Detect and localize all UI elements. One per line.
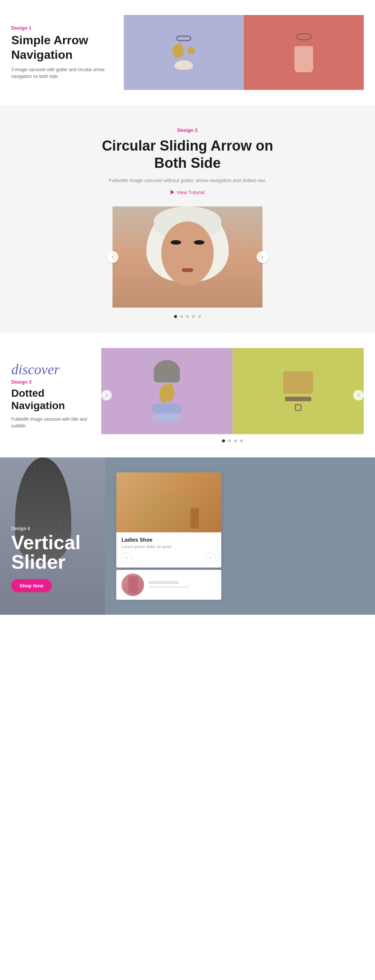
belt-icon (285, 397, 311, 401)
leaf-icon (158, 383, 176, 404)
sunglass-icon (295, 33, 313, 40)
product-image (116, 473, 221, 532)
section4-design-label: Design 4 (11, 526, 97, 531)
section3-next-button[interactable]: › (353, 390, 364, 401)
product-subtitle: Lorem ipsum dolor sit amet (121, 544, 216, 549)
product-info: Ladies Shoe Lorem ipsum dolor sit amet ‹… (116, 532, 221, 568)
section3-carousel (101, 348, 364, 434)
glasses-icon (176, 36, 191, 41)
section2-carousel (113, 207, 263, 307)
section3-cursive-label: discover (11, 361, 94, 378)
carousel-prev-button[interactable]: ‹ (107, 251, 118, 263)
section4-vertical-slider: Design 4 Vertical Slider Shop Now Ladies… (0, 457, 375, 615)
section3-slide-2 (233, 348, 364, 434)
section1-design-label: Design 1 (11, 25, 116, 31)
play-icon (171, 190, 174, 194)
shop-now-button[interactable]: Shop Now (11, 579, 52, 592)
section3-prev-button[interactable]: ‹ (101, 390, 112, 401)
section3-description: Fullwidth image carousel with title and … (11, 416, 94, 429)
tank-top-icon (294, 46, 313, 72)
section3-text-block: discover Design 3 Dotted Navigation Full… (11, 361, 101, 429)
section3-title: Dotted Navigation (11, 387, 94, 412)
flower-icon (187, 47, 195, 54)
section3-design-label: Design 3 (11, 379, 94, 385)
s3-dot-2[interactable] (228, 439, 231, 442)
section2-title: Circular Sliding Arrow on Both Side (11, 137, 364, 172)
section2-design-label: Design 2 (11, 127, 364, 133)
product-prev-button[interactable]: ‹ (121, 552, 132, 563)
sneaker-icon (153, 414, 181, 422)
dot-4[interactable] (192, 315, 195, 318)
hat-icon (154, 360, 180, 382)
section1-carousel (124, 15, 364, 90)
shoe-icon (174, 60, 193, 70)
product-navigation: ‹ › (121, 552, 216, 563)
section1-title: Simple Arrow Navigation (11, 33, 116, 62)
s3-dot-4[interactable] (240, 439, 243, 442)
section1-description: 3 image carousel with gutter and circula… (11, 66, 116, 80)
section1-simple-arrow: Design 1 Simple Arrow Navigation 3 image… (0, 0, 375, 105)
dot-5[interactable] (198, 315, 201, 318)
dot-2[interactable] (180, 315, 183, 318)
section3-dotted-nav: discover Design 3 Dotted Navigation Full… (0, 333, 375, 457)
section4-left-panel: Design 4 Vertical Slider Shop Now (0, 457, 105, 615)
model-face (161, 221, 214, 285)
dot-1[interactable] (174, 315, 177, 318)
section2-description: Fullwidth image carousel without gutter,… (11, 178, 364, 183)
leaf-icon (171, 42, 186, 59)
section1-text-block: Design 1 Simple Arrow Navigation 3 image… (11, 25, 124, 80)
s3-dot-3[interactable] (234, 439, 237, 442)
section3-slide-1 (101, 348, 233, 434)
section4-title: Vertical Slider (11, 533, 97, 572)
buckle-icon (295, 404, 302, 411)
view-tutorial-link[interactable]: View Tutorial (171, 189, 204, 195)
carousel-main-image (113, 207, 263, 307)
dot-3[interactable] (186, 315, 189, 318)
shoes-icon (152, 404, 182, 413)
product-card: Ladies Shoe Lorem ipsum dolor sit amet ‹… (116, 473, 221, 568)
product-title: Ladies Shoe (121, 537, 216, 543)
view-tutorial-label: View Tutorial (177, 189, 204, 195)
carousel-slide-2 (244, 15, 364, 90)
section2-circular-arrow: Design 2 Circular Sliding Arrow on Both … (0, 105, 375, 333)
s3-dot-1[interactable] (222, 439, 225, 442)
carousel-dots (11, 307, 364, 333)
carousel-next-button[interactable]: › (257, 251, 268, 263)
section4-right-panel: Ladies Shoe Lorem ipsum dolor sit amet ‹… (105, 457, 375, 615)
product-next-button[interactable]: › (206, 552, 216, 563)
carousel-slide-1 (124, 15, 244, 90)
